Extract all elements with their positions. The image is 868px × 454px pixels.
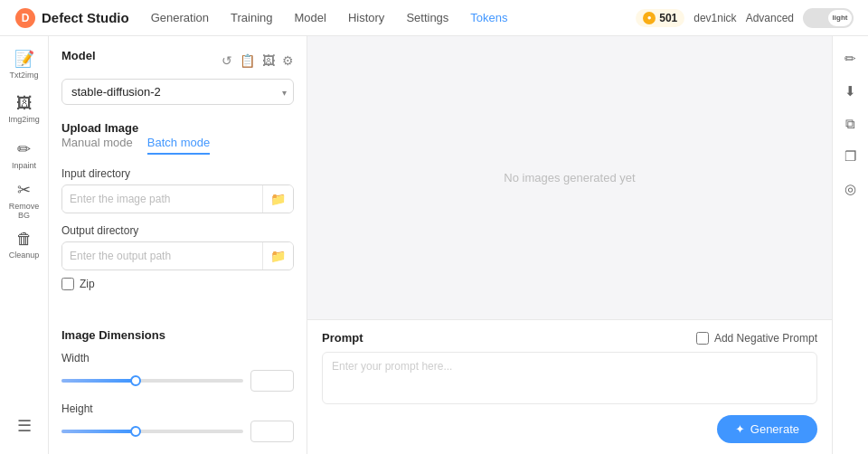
input-dir-label: Input directory: [61, 167, 294, 180]
logo-text: Defect Studio: [42, 10, 129, 25]
upload-section: Upload Image Manual mode Batch mode Inpu…: [61, 119, 294, 290]
header: D Defect Studio Generation Training Mode…: [0, 0, 868, 36]
upload-title: Upload Image: [61, 121, 138, 135]
height-input[interactable]: 512: [250, 421, 294, 442]
width-slider-fill: [61, 379, 134, 383]
dimensions-section: Image Dimensions Width 512 Height: [61, 326, 294, 453]
output-dir-label: Output directory: [61, 224, 294, 237]
removebg-icon: ✂: [17, 180, 31, 200]
prompt-textarea[interactable]: [322, 352, 817, 404]
output-dir-field: 📁: [61, 241, 294, 270]
height-slider[interactable]: [61, 430, 243, 433]
dimensions-title: Image Dimensions: [61, 328, 165, 342]
theme-toggle[interactable]: light: [803, 8, 854, 28]
image-area: No images generated yet: [307, 36, 832, 319]
nav: Generation Training Model History Settin…: [151, 9, 637, 26]
tab-batch[interactable]: Batch mode: [147, 136, 210, 155]
input-dir-browse-icon[interactable]: 📁: [262, 185, 293, 213]
zip-checkbox[interactable]: [61, 278, 74, 290]
zip-row: Zip: [61, 278, 294, 290]
coin-value: 501: [659, 12, 677, 24]
copy-icon: ❐: [844, 148, 856, 165]
height-row: 512: [61, 421, 294, 442]
toolbar-eye-button[interactable]: ◎: [837, 175, 864, 203]
sidebar-label-cleanup: Cleanup: [9, 251, 40, 260]
right-toolbar: ✏ ⬇ ⧉ ❐ ◎: [832, 36, 868, 454]
generate-label: Generate: [750, 422, 799, 436]
zip-label: Zip: [80, 278, 95, 290]
nav-generation[interactable]: Generation: [151, 9, 209, 26]
layers-icon: ⧉: [845, 116, 855, 132]
mode-tabs: Manual mode Batch mode: [61, 136, 294, 155]
model-select[interactable]: stable-diffusion-2: [61, 79, 294, 105]
width-row: 512: [61, 370, 294, 392]
height-slider-thumb: [130, 426, 141, 437]
sidebar-item-inpaint[interactable]: ✏ Inpaint: [4, 134, 45, 175]
negative-prompt-label: Add Negative Prompt: [714, 332, 817, 345]
prompt-section: Prompt Add Negative Prompt ✦ Generate: [307, 319, 832, 454]
tab-manual[interactable]: Manual mode: [61, 136, 133, 155]
main-layout: 📝 Txt2img 🖼 Img2img ✏ Inpaint ✂ Remove B…: [0, 36, 868, 454]
output-dir-browse-icon[interactable]: 📁: [262, 242, 293, 270]
sidebar-label-removebg: Remove BG: [4, 203, 45, 221]
left-panel: Model ↺ 📋 🖼 ⚙ stable-diffusion-2 ▾ Uploa…: [49, 36, 307, 454]
coin-area: ● 501: [636, 9, 684, 27]
model-section: Model ↺ 📋 🖼 ⚙ stable-diffusion-2 ▾: [61, 49, 294, 105]
model-header: Model ↺ 📋 🖼 ⚙: [61, 49, 294, 71]
inpaint-icon: ✏: [17, 139, 31, 159]
input-dir-field: 📁: [61, 184, 294, 213]
output-dir-input[interactable]: [62, 244, 262, 268]
prompt-header: Prompt Add Negative Prompt: [322, 331, 817, 345]
width-input[interactable]: 512: [250, 370, 294, 392]
toolbar-copy-button[interactable]: ❐: [837, 143, 864, 170]
nav-model[interactable]: Model: [295, 9, 326, 26]
prompt-footer: ✦ Generate: [322, 415, 817, 443]
height-label: Height: [61, 402, 294, 415]
nav-settings[interactable]: Settings: [406, 9, 448, 26]
generate-button[interactable]: ✦ Generate: [717, 415, 817, 443]
width-slider[interactable]: [61, 379, 243, 383]
nav-tokens[interactable]: Tokens: [470, 9, 507, 26]
negative-prompt-row: Add Negative Prompt: [696, 332, 817, 345]
toggle-knob: light: [828, 10, 852, 26]
sidebar-item-txt2img[interactable]: 📝 Txt2img: [4, 43, 45, 85]
negative-prompt-checkbox[interactable]: [696, 332, 709, 345]
advanced-button[interactable]: Advanced: [746, 12, 794, 24]
width-slider-thumb: [130, 375, 141, 386]
width-label: Width: [61, 352, 294, 364]
sidebar-label-img2img: Img2img: [8, 116, 40, 125]
sidebar-item-removebg[interactable]: ✂ Remove BG: [4, 179, 45, 221]
toolbar-download-button[interactable]: ⬇: [837, 78, 864, 105]
txt2img-icon: 📝: [14, 49, 34, 69]
center-panel: No images generated yet Prompt Add Negat…: [307, 36, 832, 454]
toolbar-layers-button[interactable]: ⧉: [837, 110, 864, 137]
sidebar-label-txt2img: Txt2img: [9, 71, 38, 80]
model-title: Model: [61, 49, 96, 62]
sidebar-menu-button[interactable]: ☰: [4, 405, 45, 447]
nav-training[interactable]: Training: [231, 9, 272, 26]
model-refresh-icon[interactable]: ↺: [222, 53, 232, 68]
img2img-icon: 🖼: [16, 94, 33, 113]
eye-icon: ◎: [844, 181, 856, 197]
sidebar-item-cleanup[interactable]: 🗑 Cleanup: [4, 224, 45, 266]
toolbar-edit-button[interactable]: ✏: [837, 45, 864, 72]
nav-history[interactable]: History: [348, 9, 384, 26]
coin-icon: ●: [643, 12, 656, 24]
model-icons: ↺ 📋 🖼 ⚙: [222, 53, 294, 68]
height-slider-fill: [61, 430, 134, 433]
input-dir-input[interactable]: [62, 187, 262, 211]
model-save-icon[interactable]: 📋: [240, 53, 255, 68]
sidebar: 📝 Txt2img 🖼 Img2img ✏ Inpaint ✂ Remove B…: [0, 36, 49, 454]
model-select-wrapper: stable-diffusion-2 ▾: [61, 79, 294, 105]
logo-icon: D: [14, 7, 36, 29]
username: dev1nick: [693, 12, 736, 24]
sidebar-item-img2img[interactable]: 🖼 Img2img: [4, 89, 45, 130]
model-settings-icon[interactable]: ⚙: [282, 53, 294, 68]
logo-area: D Defect Studio: [14, 7, 129, 29]
prompt-title: Prompt: [322, 331, 363, 345]
model-image-icon[interactable]: 🖼: [262, 53, 275, 68]
download-icon: ⬇: [844, 83, 856, 99]
edit-icon: ✏: [844, 51, 856, 67]
menu-icon: ☰: [17, 416, 32, 436]
header-right: ● 501 dev1nick Advanced light: [636, 8, 854, 28]
